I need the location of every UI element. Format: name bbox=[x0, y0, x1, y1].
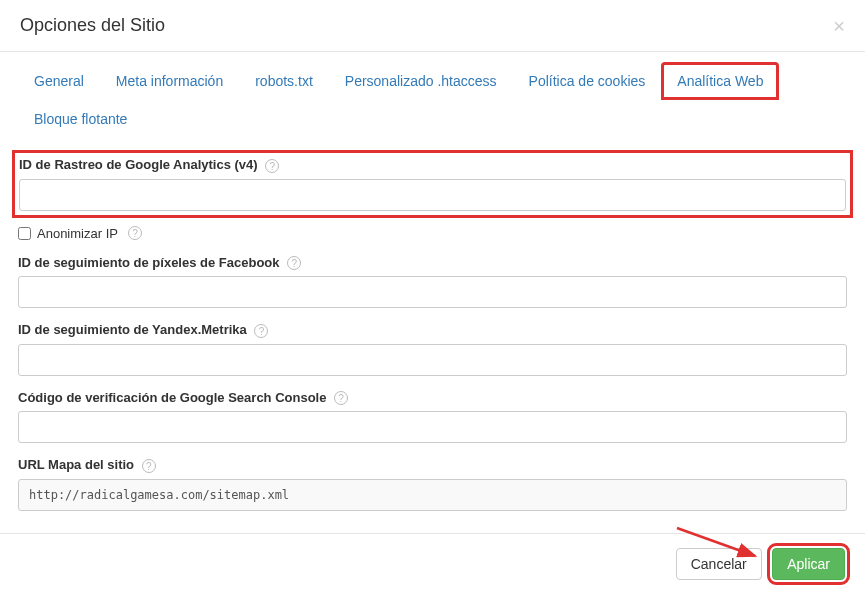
help-icon[interactable]: ? bbox=[265, 159, 279, 173]
gsc-input[interactable] bbox=[18, 411, 847, 443]
fb-pixel-label: ID de seguimiento de píxeles de Facebook… bbox=[18, 255, 847, 271]
help-icon[interactable]: ? bbox=[287, 256, 301, 270]
sitemap-label: URL Mapa del sitio ? bbox=[18, 457, 847, 473]
help-icon[interactable]: ? bbox=[142, 459, 156, 473]
tab-meta[interactable]: Meta información bbox=[100, 62, 239, 100]
ga-id-label: ID de Rastreo de Google Analytics (v4) ? bbox=[19, 157, 846, 173]
apply-button[interactable]: Aplicar bbox=[772, 548, 845, 580]
anonymize-checkbox[interactable] bbox=[18, 227, 31, 240]
yandex-label: ID de seguimiento de Yandex.Metrika ? bbox=[18, 322, 847, 338]
help-icon[interactable]: ? bbox=[128, 226, 142, 240]
tab-cookies[interactable]: Política de cookies bbox=[513, 62, 662, 100]
yandex-input[interactable] bbox=[18, 344, 847, 376]
tab-general[interactable]: General bbox=[18, 62, 100, 100]
sitemap-input[interactable] bbox=[18, 479, 847, 511]
gsc-label: Código de verificación de Google Search … bbox=[18, 390, 847, 406]
ga-id-label-text: ID de Rastreo de Google Analytics (v4) bbox=[19, 157, 258, 172]
close-button[interactable]: × bbox=[833, 16, 845, 36]
anonymize-label: Anonimizar IP bbox=[37, 226, 118, 241]
tab-floating-block[interactable]: Bloque flotante bbox=[18, 100, 143, 138]
fb-pixel-label-text: ID de seguimiento de píxeles de Facebook bbox=[18, 255, 280, 270]
tab-analytics[interactable]: Analítica Web bbox=[661, 62, 779, 100]
gsc-label-text: Código de verificación de Google Search … bbox=[18, 390, 326, 405]
tabs-nav: General Meta información robots.txt Pers… bbox=[0, 52, 865, 138]
field-group-sitemap: URL Mapa del sitio ? bbox=[18, 457, 847, 511]
modal-footer: Cancelar Aplicar bbox=[0, 533, 865, 594]
yandex-label-text: ID de seguimiento de Yandex.Metrika bbox=[18, 322, 247, 337]
field-group-ga-id: ID de Rastreo de Google Analytics (v4) ? bbox=[12, 150, 853, 218]
cancel-button[interactable]: Cancelar bbox=[676, 548, 762, 580]
modal-title: Opciones del Sitio bbox=[20, 15, 845, 36]
site-options-modal: Opciones del Sitio × General Meta inform… bbox=[0, 0, 865, 533]
help-icon[interactable]: ? bbox=[334, 391, 348, 405]
field-group-yandex: ID de seguimiento de Yandex.Metrika ? bbox=[18, 322, 847, 376]
form-body: ID de Rastreo de Google Analytics (v4) ?… bbox=[0, 138, 865, 533]
field-group-anonymize: Anonimizar IP ? bbox=[18, 226, 847, 241]
ga-id-input[interactable] bbox=[19, 179, 846, 211]
tab-robots[interactable]: robots.txt bbox=[239, 62, 329, 100]
field-group-gsc: Código de verificación de Google Search … bbox=[18, 390, 847, 444]
tab-htaccess[interactable]: Personalizado .htaccess bbox=[329, 62, 513, 100]
modal-header: Opciones del Sitio × bbox=[0, 0, 865, 52]
sitemap-label-text: URL Mapa del sitio bbox=[18, 457, 134, 472]
help-icon[interactable]: ? bbox=[254, 324, 268, 338]
fb-pixel-input[interactable] bbox=[18, 276, 847, 308]
field-group-fb-pixel: ID de seguimiento de píxeles de Facebook… bbox=[18, 255, 847, 309]
close-icon: × bbox=[833, 15, 845, 37]
